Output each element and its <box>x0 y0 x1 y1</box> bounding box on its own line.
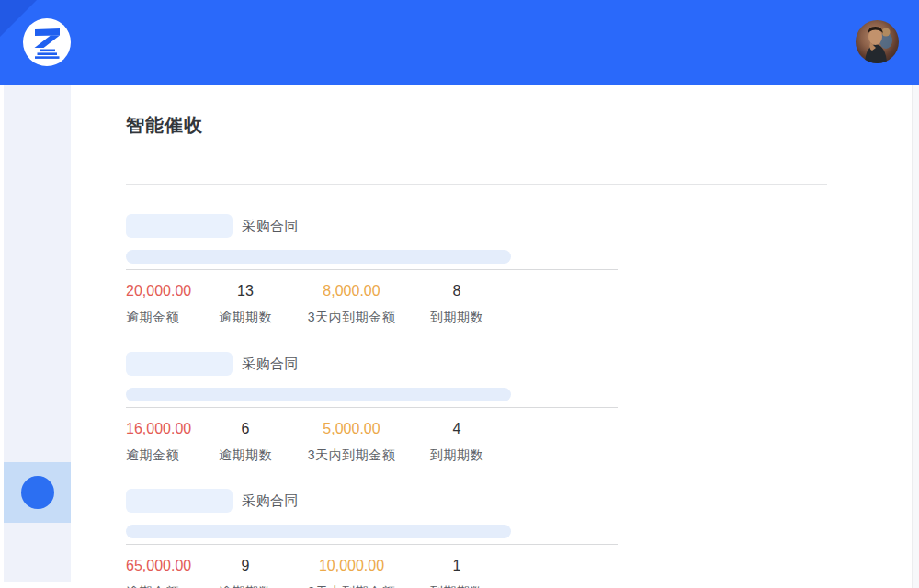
sidebar-nav <box>4 85 71 582</box>
stat-value: 1 <box>429 557 484 575</box>
sidebar-item-nav-4[interactable] <box>4 399 71 430</box>
contract-thumbnail-placeholder <box>126 214 233 238</box>
stat-column: 65,000.00逾期金额 <box>126 557 218 588</box>
contract-thumbnail-placeholder <box>126 352 233 376</box>
stat-label: 到期期数 <box>429 447 484 463</box>
contract-bar-placeholder <box>126 250 511 264</box>
sidebar-item-nav-2[interactable] <box>4 243 71 274</box>
stat-label: 到期期数 <box>429 309 484 325</box>
stat-column: 8到期期数 <box>429 282 484 325</box>
stat-column: 10,000.003天内到期金额 <box>303 557 400 588</box>
logo-z-icon <box>23 18 71 66</box>
sidebar-item-nav-5[interactable] <box>4 462 71 523</box>
app-logo[interactable] <box>23 18 71 66</box>
stat-column: 16,000.00逾期金额 <box>126 420 218 463</box>
sidebar-item-nav-1[interactable] <box>4 164 71 196</box>
stat-value: 6 <box>218 420 273 438</box>
stat-label: 逾期金额 <box>126 447 218 463</box>
contract-thumbnail-placeholder <box>126 489 233 513</box>
sidebar-item-nav-3[interactable] <box>4 321 71 352</box>
contract-type-label: 采购合同 <box>242 352 299 376</box>
user-avatar[interactable] <box>856 20 899 63</box>
app-root: 智能催收 采购合同 20,000.00逾期金额13逾期期数8,000.003天内… <box>0 0 919 588</box>
stat-value: 4 <box>429 420 484 438</box>
card-list: 采购合同 20,000.00逾期金额13逾期期数8,000.003天内到期金额8… <box>126 214 677 588</box>
stat-column: 1到期期数 <box>429 557 484 588</box>
stat-value: 13 <box>218 282 273 300</box>
stat-column: 4到期期数 <box>429 420 484 463</box>
card-divider <box>126 407 618 408</box>
stat-column: 6逾期期数 <box>218 420 273 463</box>
nav-circle-icon <box>21 476 54 509</box>
stat-column: 20,000.00逾期金额 <box>126 282 218 325</box>
contract-card[interactable]: 采购合同 65,000.00逾期金额9逾期期数10,000.003天内到期金额1… <box>126 489 677 588</box>
stats-row: 16,000.00逾期金额6逾期期数5,000.003天内到期金额4到期期数 <box>126 420 484 463</box>
stat-value: 9 <box>218 557 273 575</box>
contract-type-label: 采购合同 <box>242 214 299 238</box>
stat-label: 逾期期数 <box>218 447 273 463</box>
card-divider <box>126 544 618 545</box>
stat-label: 逾期期数 <box>218 309 273 325</box>
stat-value: 16,000.00 <box>126 420 218 438</box>
stat-label: 逾期期数 <box>218 583 273 588</box>
stat-value: 20,000.00 <box>126 282 218 300</box>
stat-label: 逾期金额 <box>126 583 218 588</box>
contract-bar-placeholder <box>126 525 511 538</box>
app-header <box>0 0 919 85</box>
contract-card[interactable]: 采购合同 16,000.00逾期金额6逾期期数5,000.003天内到期金额4到… <box>126 352 677 490</box>
avatar-photo <box>856 20 899 63</box>
stats-row: 65,000.00逾期金额9逾期期数10,000.003天内到期金额1到期期数 <box>126 557 484 588</box>
stat-label: 到期期数 <box>429 583 484 588</box>
page-title: 智能催收 <box>126 114 203 136</box>
scrollbar-track[interactable] <box>912 85 919 588</box>
stat-column: 8,000.003天内到期金额 <box>303 282 400 325</box>
stat-label: 3天内到期金额 <box>303 309 400 325</box>
title-divider <box>126 184 827 185</box>
stat-value: 10,000.00 <box>303 557 400 575</box>
contract-bar-placeholder <box>126 388 511 401</box>
contract-card[interactable]: 采购合同 20,000.00逾期金额13逾期期数8,000.003天内到期金额8… <box>126 214 677 352</box>
stat-label: 3天内到期金额 <box>303 583 400 588</box>
stat-value: 8 <box>429 282 484 300</box>
contract-type-label: 采购合同 <box>242 489 299 513</box>
stat-label: 3天内到期金额 <box>303 447 400 463</box>
stat-value: 8,000.00 <box>303 282 400 300</box>
stat-column: 13逾期期数 <box>218 282 273 325</box>
stat-value: 5,000.00 <box>303 420 400 438</box>
stats-row: 20,000.00逾期金额13逾期期数8,000.003天内到期金额8到期期数 <box>126 282 484 325</box>
card-divider <box>126 269 618 270</box>
stat-column: 9逾期期数 <box>218 557 273 588</box>
stat-label: 逾期金额 <box>126 309 218 325</box>
stat-value: 65,000.00 <box>126 557 218 575</box>
stat-column: 5,000.003天内到期金额 <box>303 420 400 463</box>
main-content: 智能催收 采购合同 20,000.00逾期金额13逾期期数8,000.003天内… <box>71 85 912 588</box>
